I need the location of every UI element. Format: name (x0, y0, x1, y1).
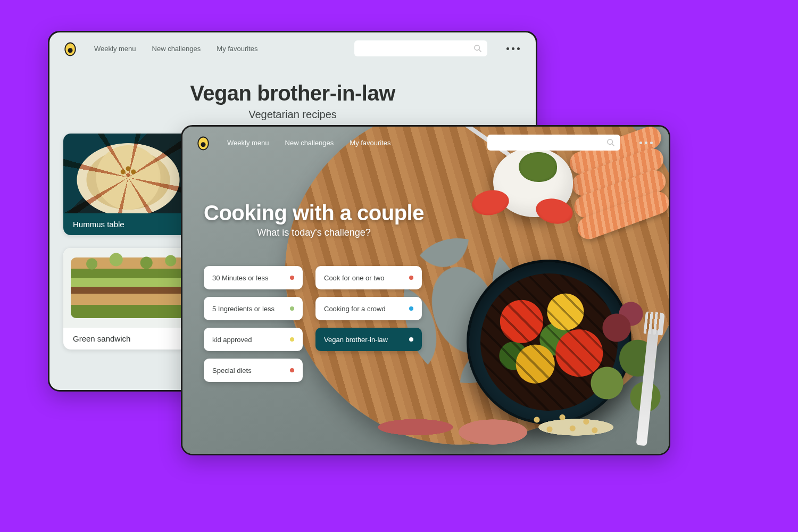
search-icon (606, 138, 615, 147)
recipe-image (63, 134, 193, 213)
hero-title: Cooking with a couple (204, 201, 424, 225)
chip-label: Cook for one or two (324, 274, 384, 282)
chip-dot-icon (290, 276, 294, 280)
chip-label: 5 Ingredients or less (212, 305, 275, 313)
chip-dot-icon (409, 337, 413, 342)
chip-dot-icon (409, 276, 413, 280)
header: Weekly menu New challenges My favourites (182, 127, 669, 159)
recipe-card-green-sandwich[interactable]: Green sandwich (63, 248, 193, 350)
hero-heading: Cooking with a couple What is today's ch… (204, 201, 424, 238)
search-icon (473, 44, 482, 53)
chip-5-ingredients[interactable]: 5 Ingredients or less (204, 297, 303, 320)
nav-my-favourites[interactable]: My favourites (350, 139, 390, 147)
more-menu[interactable] (636, 138, 656, 147)
decor-charcuterie (360, 379, 637, 455)
chip-dot-icon (290, 337, 294, 342)
recipe-caption: Green sandwich (63, 328, 193, 350)
svg-line-4 (479, 49, 481, 52)
page-subtitle: Vegetarian recipes (49, 109, 536, 121)
logo-avocado-icon (195, 135, 211, 151)
nav-new-challenges[interactable]: New challenges (152, 45, 201, 53)
chip-label: Cooking for a crowd (324, 305, 386, 313)
chip-label: Special diets (212, 367, 252, 375)
hero-subtitle: What is today's challenge? (204, 227, 424, 238)
search-input[interactable] (354, 40, 487, 56)
nav-weekly-menu[interactable]: Weekly menu (227, 139, 269, 147)
chip-dot-icon (290, 368, 294, 372)
recipe-image (63, 248, 193, 328)
challenge-chip-grid: 30 Minutes or less Cook for one or two 5… (204, 266, 422, 382)
page-title: Vegan brother-in-law (49, 81, 536, 105)
page-heading: Vegan brother-in-law Vegetarian recipes (49, 81, 536, 121)
nav: Weekly menu New challenges My favourites (227, 139, 391, 147)
chip-30-minutes[interactable]: 30 Minutes or less (204, 266, 303, 289)
nav-new-challenges[interactable]: New challenges (285, 139, 334, 147)
recipe-card-hummus[interactable]: Hummus table (63, 134, 193, 235)
logo-avocado-icon (62, 40, 78, 56)
chip-dot-icon (409, 306, 413, 311)
chip-dot-icon (290, 306, 294, 311)
search-input[interactable] (487, 135, 620, 151)
svg-point-7 (201, 142, 206, 147)
chip-label: Vegan brother-in-law (324, 336, 388, 344)
nav-weekly-menu[interactable]: Weekly menu (94, 45, 136, 53)
chip-special-diets[interactable]: Special diets (204, 359, 303, 382)
chip-cooking-crowd[interactable]: Cooking for a crowd (315, 297, 422, 320)
svg-line-9 (612, 144, 614, 146)
nav-my-favourites[interactable]: My favourites (217, 45, 257, 53)
chip-vegan-brother-in-law[interactable]: Vegan brother-in-law (315, 328, 422, 351)
chip-label: kid approved (212, 336, 252, 344)
recipe-caption: Hummus table (63, 213, 193, 235)
svg-point-2 (68, 48, 73, 53)
chip-cook-for-one[interactable]: Cook for one or two (315, 266, 422, 289)
more-menu[interactable] (503, 44, 523, 53)
header: Weekly menu New challenges My favourites (49, 32, 536, 64)
window-challenges: Weekly menu New challenges My favourites… (181, 125, 670, 455)
recipe-card-list: Hummus table Green sandwich (63, 134, 193, 350)
chip-kid-approved[interactable]: kid approved (204, 328, 303, 351)
nav: Weekly menu New challenges My favourites (94, 45, 258, 53)
chip-label: 30 Minutes or less (212, 274, 269, 282)
